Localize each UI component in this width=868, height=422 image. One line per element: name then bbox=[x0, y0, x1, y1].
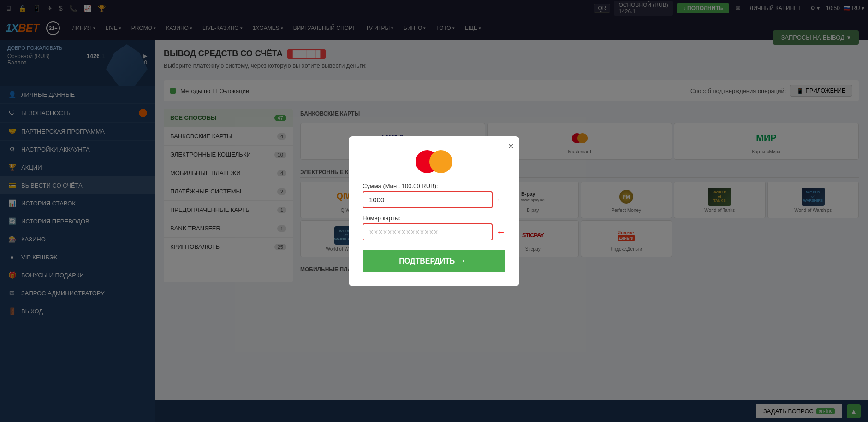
card-arrow: ← bbox=[496, 227, 505, 237]
modal-icon bbox=[363, 150, 505, 173]
amount-input[interactable] bbox=[363, 191, 493, 208]
modal-dialog: ✕ Сумма (Мин . 100.00 RUB): ← Номер карт… bbox=[349, 136, 519, 286]
card-number-input[interactable] bbox=[363, 223, 493, 240]
modal-overlay[interactable]: ✕ Сумма (Мин . 100.00 RUB): ← Номер карт… bbox=[0, 0, 868, 422]
mc-circle-orange bbox=[429, 150, 452, 173]
modal-close-button[interactable]: ✕ bbox=[508, 142, 514, 151]
card-label: Номер карты: bbox=[363, 215, 505, 222]
amount-label: Сумма (Мин . 100.00 RUB): bbox=[363, 182, 505, 189]
modal-card-field: Номер карты: ← bbox=[363, 215, 505, 240]
confirm-button[interactable]: ПОДТВЕРДИТЬ ← bbox=[363, 250, 505, 272]
submit-arrow: ← bbox=[461, 256, 469, 265]
amount-arrow: ← bbox=[496, 194, 505, 205]
modal-amount-field: Сумма (Мин . 100.00 RUB): ← bbox=[363, 182, 505, 208]
